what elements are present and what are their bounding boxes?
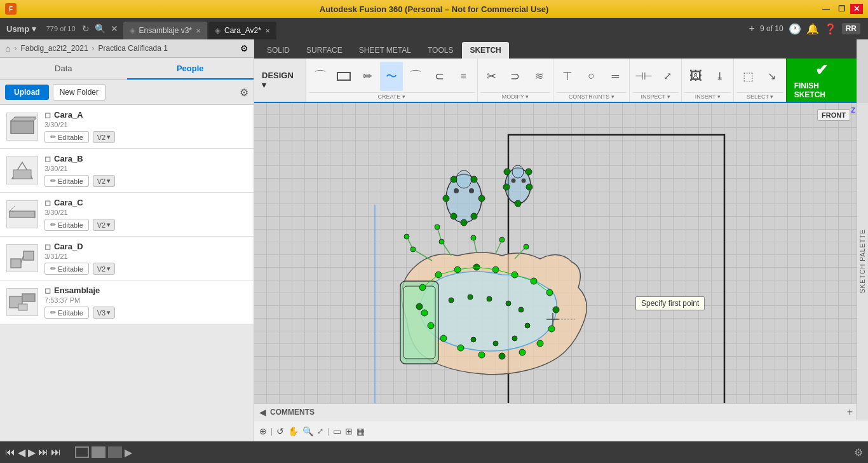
list-item[interactable]: ◻ Cara_B 3/30/21 ✏Editable V2 ▾ <box>0 149 254 193</box>
tab-surface[interactable]: SURFACE <box>299 42 350 59</box>
list-item[interactable]: ◻ Cara_C 3/30/21 ✏Editable V2 ▾ <box>0 193 254 237</box>
tab-sheet-metal[interactable]: SHEET METAL <box>351 42 419 59</box>
home-icon[interactable]: ⌂ <box>5 43 10 53</box>
design-dropdown[interactable]: DESIGN ▾ <box>254 59 306 102</box>
settings-icon[interactable]: ⚙ <box>240 43 248 53</box>
create-mirror-btn[interactable]: ≡ <box>452 62 475 91</box>
view-solid-icon[interactable] <box>92 446 105 458</box>
finish-sketch-button[interactable]: ✔ FINISH SKETCH <box>786 59 857 102</box>
create-arc-btn[interactable]: ⌒ <box>309 62 332 91</box>
panel-settings-icon[interactable]: ⚙ <box>240 86 248 99</box>
nav-prev-btn[interactable]: ◀ <box>18 446 25 459</box>
tab-sketch[interactable]: SKETCH <box>462 42 508 59</box>
svg-point-18 <box>451 176 457 183</box>
version-badge-cara-d[interactable]: V2 ▾ <box>93 263 115 275</box>
tab-data[interactable]: Data <box>0 58 127 79</box>
create-arc2-btn[interactable]: ⌒ <box>404 62 427 91</box>
create-offset-btn[interactable]: ⊂ <box>428 62 451 91</box>
select-window-btn[interactable]: ⬚ <box>736 62 759 91</box>
list-item[interactable]: ◻ Ensamblaje 7:53:37 PM ✏Editable V3 ▾ <box>0 280 254 324</box>
visual-style-icon[interactable]: ▦ <box>356 426 365 436</box>
nav-first-btn[interactable]: ⏮ <box>5 446 15 458</box>
comments-toggle-icon[interactable]: ◀ <box>259 407 266 417</box>
user-avatar[interactable]: RR <box>842 23 860 34</box>
tab-people[interactable]: People <box>127 58 254 79</box>
close-nav-icon[interactable]: ✕ <box>111 24 118 34</box>
modify-extend-btn[interactable]: ⊃ <box>504 62 527 91</box>
edit-badge-ensamblaje[interactable]: ✏Editable <box>44 307 89 319</box>
help-icon[interactable]: ❓ <box>824 23 837 35</box>
clock-icon[interactable]: 🕐 <box>789 23 801 35</box>
bell-icon[interactable]: 🔔 <box>806 23 819 35</box>
constraint-perp-btn[interactable]: ⊤ <box>556 62 579 91</box>
svg-rect-3 <box>13 170 31 179</box>
version-badge-ensamblaje[interactable]: V3 ▾ <box>93 307 115 319</box>
filename-ensamblaje: Ensamblaje <box>54 286 100 295</box>
inspect-angle-btn[interactable]: ⤢ <box>656 62 679 91</box>
tab-close-cara-av2[interactable]: ✕ <box>265 27 270 34</box>
canvas-area[interactable]: Specify first point FRONT Z X ◀ COMMENTS… <box>254 103 868 420</box>
add-tab-button[interactable]: + <box>749 23 755 34</box>
modify-break-btn[interactable]: ≋ <box>528 62 551 91</box>
svg-rect-0 <box>11 121 34 134</box>
minimize-button[interactable]: — <box>820 4 832 14</box>
pan-icon[interactable]: ✋ <box>288 426 299 436</box>
breadcrumb-item2[interactable]: Practica Calificada 1 <box>98 44 168 53</box>
svg-point-38 <box>416 303 423 310</box>
search-icon[interactable]: 🔍 <box>95 24 105 34</box>
new-folder-button[interactable]: New Folder <box>53 84 105 100</box>
list-item[interactable]: ◻ Cara_D 3/31/21 ✏Editable V2 ▾ <box>0 237 254 280</box>
view-cube-icon[interactable] <box>75 446 89 458</box>
nav-last-btn[interactable]: ⏭ <box>51 446 61 458</box>
svg-point-61 <box>519 307 524 312</box>
close-button[interactable]: ✕ <box>850 4 863 14</box>
tab-tools[interactable]: TOOLS <box>420 42 461 59</box>
edit-badge-cara-a[interactable]: ✏Editable <box>44 131 89 143</box>
nav-play-btn[interactable]: ▶ <box>28 446 36 459</box>
edit-badge-cara-b[interactable]: ✏Editable <box>44 175 89 187</box>
tab-cara-av2[interactable]: ◈ Cara_Av2* ✕ <box>208 22 276 39</box>
svg-point-48 <box>548 326 555 332</box>
grid-display-icon[interactable]: ⊞ <box>345 426 353 436</box>
nav-next-btn[interactable]: ⏭ <box>38 446 48 458</box>
list-item[interactable]: ◻ Cara_A 3/30/21 ✏Editable V2 ▾ <box>0 105 254 149</box>
version-badge-cara-b[interactable]: V2 ▾ <box>93 175 115 187</box>
edit-badge-cara-c[interactable]: ✏Editable <box>44 219 89 231</box>
create-label: CREATE ▾ <box>309 92 475 100</box>
zoom-fit-icon[interactable]: ⤢ <box>317 427 323 436</box>
select-arrow-btn[interactable]: ↘ <box>761 62 783 91</box>
create-line-btn[interactable]: ✏ <box>356 62 379 91</box>
inspect-label: INSPECT ▾ <box>632 92 679 100</box>
nav-settings-icon[interactable]: ⚙ <box>854 446 863 459</box>
nav-move-icon[interactable]: ⊕ <box>259 426 267 436</box>
create-spline-btn[interactable]: 〜 <box>380 62 403 91</box>
inspect-measure-btn[interactable]: ⊣⊢ <box>632 62 655 91</box>
tab-close-ensamblaje[interactable]: ✕ <box>196 27 201 34</box>
insert-dxf-btn[interactable]: ⤓ <box>709 62 731 91</box>
constraint-circle-btn[interactable]: ○ <box>580 62 603 91</box>
version-badge-cara-c[interactable]: V2 ▾ <box>93 219 115 231</box>
zoom-icon[interactable]: 🔍 <box>302 426 313 436</box>
breadcrumb-item1[interactable]: Fabdig_ac2t2_2021 <box>20 44 88 53</box>
view-dark-icon[interactable] <box>108 446 122 458</box>
version-badge-cara-a[interactable]: V2 ▾ <box>93 131 115 143</box>
maximize-button[interactable]: ❐ <box>835 4 848 14</box>
tab-ensamblaje[interactable]: ◈ Ensamblaje v3* ✕ <box>123 22 207 39</box>
orbit-icon[interactable]: ↺ <box>276 426 284 436</box>
view-play-icon[interactable]: ▶ <box>125 446 132 459</box>
constraint-equal-btn[interactable]: ═ <box>604 62 627 91</box>
upload-button[interactable]: Upload <box>5 85 49 100</box>
insert-image-btn[interactable]: 🖼 <box>684 62 707 91</box>
refresh-icon[interactable]: ↻ <box>82 24 90 34</box>
sketch-palette: SKETCH PALETTE <box>857 103 868 420</box>
constraints-label: CONSTRAINTS ▾ <box>556 92 627 100</box>
left-panel: ⌂ › Fabdig_ac2t2_2021 › Practica Calific… <box>0 39 254 463</box>
display-mode-icon[interactable]: ▭ <box>333 426 341 436</box>
add-comment-icon[interactable]: + <box>847 406 853 418</box>
edit-badge-cara-d[interactable]: ✏Editable <box>44 263 89 275</box>
usmp-label[interactable]: Usmp ▾ <box>6 24 36 34</box>
modify-trim-btn[interactable]: ✂ <box>480 62 503 91</box>
nav-bottom-right: ⚙ <box>854 446 863 459</box>
create-rect-btn[interactable] <box>332 62 355 91</box>
tab-solid[interactable]: SOLID <box>259 42 297 59</box>
